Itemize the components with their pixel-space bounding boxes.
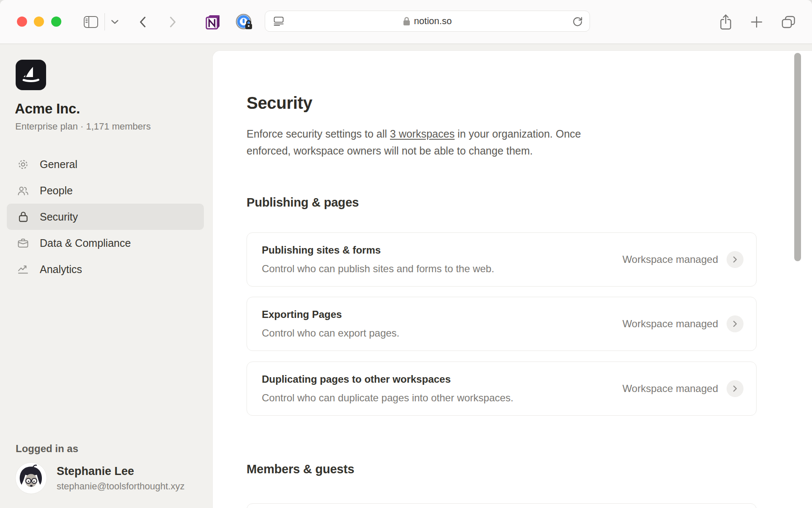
page-description: Enforce security settings to all 3 works…	[247, 125, 669, 159]
tab-overview-icon	[782, 16, 796, 29]
tab-overview-button[interactable]	[781, 15, 796, 29]
plus-icon	[751, 16, 763, 28]
workspace-name: Acme Inc.	[15, 101, 80, 117]
toolbar-divider	[104, 13, 105, 30]
card-open-button[interactable]	[727, 315, 743, 332]
scrollbar-thumb[interactable]	[794, 53, 801, 261]
chevron-right-icon	[733, 256, 737, 263]
sidebar-item-security[interactable]: Security	[7, 204, 204, 230]
user-name: Stephanie Lee	[57, 465, 184, 478]
setting-card-partial[interactable]	[247, 503, 757, 508]
card-title: Publishing sites & forms	[262, 244, 494, 256]
share-icon	[719, 14, 732, 30]
setting-card-duplicating-pages[interactable]: Duplicating pages to other workspaces Co…	[247, 362, 757, 416]
chevron-down-icon	[111, 20, 118, 24]
chevron-right-icon	[733, 385, 737, 392]
sailboat-icon	[20, 64, 42, 86]
settings-nav: General People Security	[7, 151, 204, 282]
sidebar-toggle-icon	[83, 16, 99, 28]
gear-icon	[17, 159, 29, 170]
section-heading-publishing-pages: Publishing & pages	[247, 195, 359, 210]
current-user: Stephanie Lee stephanie@toolsforthought.…	[15, 462, 184, 494]
user-email: stephanie@toolsforthought.xyz	[57, 481, 184, 492]
onepassword-extension-button[interactable]	[235, 13, 254, 32]
card-subtitle: Control who can duplicate pages into oth…	[262, 392, 513, 404]
sidebar-item-people[interactable]: People	[7, 177, 204, 204]
card-value: Workspace managed	[623, 254, 718, 265]
workspace-logo	[16, 60, 46, 90]
avatar	[15, 462, 47, 494]
padlock-icon	[403, 17, 410, 26]
url-display: notion.so	[265, 11, 590, 31]
traffic-light-minimize[interactable]	[34, 17, 44, 27]
sidebar-item-data-compliance[interactable]: Data & Compliance	[7, 230, 204, 256]
sidebar-item-label: People	[40, 185, 73, 197]
back-button[interactable]	[137, 16, 148, 28]
card-value: Workspace managed	[623, 318, 718, 330]
address-bar[interactable]: notion.so	[265, 11, 590, 32]
description-text: enforced, workspace owners will not be a…	[247, 145, 533, 157]
card-value: Workspace managed	[623, 383, 718, 395]
safari-window: notion.so	[0, 0, 812, 508]
trend-chart-icon	[17, 264, 29, 275]
sidebar-item-label: Security	[40, 211, 78, 223]
description-text: Enforce security settings to all	[247, 128, 390, 140]
sidebar-item-general[interactable]: General	[7, 151, 204, 177]
sidebar-toggle-button[interactable]	[82, 15, 99, 29]
card-open-button[interactable]	[727, 251, 743, 268]
workspaces-link[interactable]: 3 workspaces	[390, 128, 455, 140]
security-settings-panel: Security Enforce security settings to al…	[212, 50, 812, 508]
forward-icon	[170, 17, 176, 28]
lock-icon	[17, 211, 29, 223]
traffic-light-close[interactable]	[17, 17, 27, 27]
back-icon	[140, 17, 146, 28]
toolbar-chevron-button[interactable]	[110, 19, 119, 25]
card-title: Duplicating pages to other workspaces	[262, 373, 513, 385]
card-subtitle: Control who can export pages.	[262, 327, 400, 339]
forward-button[interactable]	[167, 16, 178, 28]
workspace-plan: Enterprise plan · 1,171 members	[15, 121, 151, 132]
section-heading-members-guests: Members & guests	[247, 461, 354, 477]
card-open-button[interactable]	[727, 380, 743, 397]
card-subtitle: Control who can publish sites and forms …	[262, 263, 494, 275]
logged-in-as-label: Logged in as	[16, 443, 78, 455]
notion-extension-button[interactable]	[204, 13, 222, 31]
traffic-light-zoom[interactable]	[51, 17, 61, 27]
url-text: notion.so	[414, 16, 452, 27]
new-tab-button[interactable]	[750, 16, 763, 28]
reload-button[interactable]	[568, 11, 586, 31]
people-icon	[17, 185, 29, 196]
briefcase-icon	[17, 237, 29, 249]
sidebar-item-label: General	[40, 158, 77, 171]
sidebar-item-analytics[interactable]: Analytics	[7, 256, 204, 282]
notion-extension-icon	[204, 14, 221, 30]
sidebar-item-label: Data & Compliance	[40, 237, 131, 249]
share-button[interactable]	[719, 14, 733, 30]
page-body: Acme Inc. Enterprise plan · 1,171 member…	[0, 44, 812, 508]
description-text: in your organization. Once	[455, 128, 581, 140]
sidebar-item-label: Analytics	[40, 263, 82, 276]
onepassword-extension-icon	[235, 13, 254, 32]
reload-icon	[572, 16, 583, 27]
page-title: Security	[247, 92, 312, 113]
setting-card-exporting-pages[interactable]: Exporting Pages Control who can export p…	[247, 297, 757, 351]
browser-toolbar: notion.so	[0, 0, 812, 44]
chevron-right-icon	[733, 320, 737, 327]
setting-card-publishing-sites-forms[interactable]: Publishing sites & forms Control who can…	[247, 232, 757, 287]
card-title: Exporting Pages	[262, 309, 400, 320]
